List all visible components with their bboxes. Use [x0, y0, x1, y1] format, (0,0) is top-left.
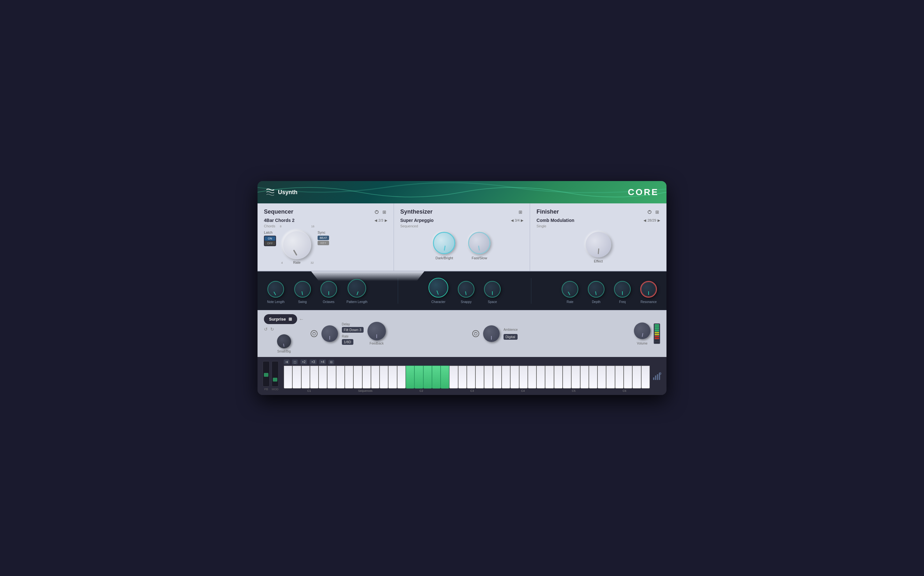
feedback-knob[interactable] — [367, 322, 386, 340]
key-f3[interactable] — [432, 366, 441, 389]
ambience-knob[interactable] — [483, 325, 500, 342]
key-c2[interactable] — [345, 366, 353, 389]
depth-knob[interactable] — [588, 281, 605, 298]
space-knob[interactable] — [484, 281, 500, 298]
sequencer-prev-btn[interactable]: ◀ — [374, 218, 377, 222]
redo-btn[interactable]: ↻ — [270, 326, 274, 332]
pattern-length-knob[interactable] — [348, 279, 366, 298]
sequencer-dice-btn[interactable]: ⊞ — [382, 209, 387, 215]
delay-power-btn[interactable] — [311, 330, 318, 337]
arrow-icon[interactable]: ← — [299, 317, 304, 322]
dark-bright-knob[interactable] — [433, 232, 455, 254]
piano-chart-icon[interactable]: 2 — [653, 372, 661, 381]
seq-btn-grid[interactable]: ⊟ — [329, 360, 334, 364]
key-a6[interactable] — [632, 366, 641, 389]
key-b3[interactable] — [458, 366, 467, 389]
undo-btn[interactable]: ↺ — [264, 326, 268, 332]
finisher-prev-btn[interactable]: ◀ — [643, 218, 646, 222]
key-e6[interactable] — [606, 366, 615, 389]
fast-slow-knob[interactable] — [468, 232, 491, 254]
key-e2[interactable] — [362, 366, 371, 389]
small-big-knob[interactable] — [277, 334, 291, 348]
key-a1[interactable] — [327, 366, 336, 389]
key-e3[interactable] — [424, 366, 432, 389]
key-g2[interactable] — [380, 366, 388, 389]
seq-btn-copy[interactable]: ◻ — [292, 360, 298, 364]
finisher-dice-btn[interactable]: ⊞ — [654, 209, 660, 215]
key-d6[interactable] — [597, 366, 606, 389]
key-d3[interactable] — [414, 366, 423, 389]
freq-knob[interactable] — [614, 281, 631, 298]
key-b5[interactable] — [580, 366, 589, 389]
piano-keyboard[interactable] — [284, 366, 650, 389]
delay-preset-select[interactable]: Filt Down 3 Filt Down 1 Echo — [342, 327, 364, 333]
key-f2[interactable] — [371, 366, 380, 389]
latch-on[interactable]: ON — [265, 236, 276, 241]
seq-btn-x3[interactable]: ×3 — [310, 360, 316, 364]
finisher-preset-nav[interactable]: ◀ 28/29 ▶ — [643, 218, 660, 222]
finisher-next-btn[interactable]: ▶ — [658, 218, 660, 222]
key-f5[interactable] — [554, 366, 563, 389]
sync-key-btn[interactable]: KEY — [318, 241, 329, 245]
key-b1[interactable] — [336, 366, 345, 389]
surprise-button[interactable]: Surprise ⊞ — [264, 314, 297, 324]
character-knob[interactable] — [428, 278, 448, 298]
key-e4[interactable] — [484, 366, 492, 389]
key-a5[interactable] — [571, 366, 580, 389]
key-b2[interactable] — [397, 366, 406, 389]
effect-knob[interactable] — [586, 232, 611, 258]
finisher-power-btn[interactable] — [646, 209, 653, 215]
sync-beat-btn[interactable]: BEAT — [318, 236, 329, 240]
key-b4[interactable] — [519, 366, 528, 389]
ambience-power-btn[interactable] — [472, 330, 479, 337]
latch-off[interactable]: OFF — [265, 241, 276, 246]
key-d5[interactable] — [536, 366, 545, 389]
key-c1[interactable] — [284, 366, 292, 389]
key-g5[interactable] — [563, 366, 571, 389]
key-c4[interactable] — [467, 366, 475, 389]
delay-knob[interactable] — [321, 325, 338, 342]
sequencer-preset-nav[interactable]: ◀ 2/3 ▶ — [374, 218, 387, 222]
latch-switch[interactable]: ON OFF — [264, 236, 276, 246]
seq-btn-double-arrow[interactable]: ⇉ — [284, 360, 289, 364]
note-length-knob[interactable] — [268, 281, 284, 298]
key-d1[interactable] — [292, 366, 301, 389]
key-a4[interactable] — [510, 366, 519, 389]
snappy-knob[interactable] — [458, 281, 475, 298]
key-e5[interactable] — [545, 366, 554, 389]
key-a3[interactable] — [449, 366, 458, 389]
seq-btn-x4[interactable]: ×4 — [319, 360, 326, 364]
swing-knob[interactable] — [294, 281, 311, 298]
key-f1[interactable] — [310, 366, 319, 389]
key-a2[interactable] — [388, 366, 397, 389]
synth-preset-nav[interactable]: ◀ 3/4 ▶ — [511, 218, 523, 222]
resonance-knob[interactable] — [640, 281, 657, 298]
volume-knob[interactable] — [634, 323, 651, 339]
key-b6[interactable] — [641, 366, 650, 389]
key-e1[interactable] — [301, 366, 310, 389]
delay-rate-select[interactable]: 1/8D 1/4 1/8 1/16 — [342, 339, 353, 345]
key-f6[interactable] — [615, 366, 624, 389]
rate-knob[interactable] — [562, 281, 578, 298]
synth-prev-btn[interactable]: ◀ — [511, 218, 513, 222]
synth-dice-btn[interactable]: ⊞ — [518, 209, 523, 215]
seq-btn-x2[interactable]: ×2 — [300, 360, 307, 364]
sequencer-next-btn[interactable]: ▶ — [385, 218, 387, 222]
key-f4[interactable] — [493, 366, 502, 389]
key-g1[interactable] — [319, 366, 327, 389]
key-c5[interactable] — [528, 366, 536, 389]
key-g4[interactable] — [502, 366, 510, 389]
key-g3[interactable] — [441, 366, 449, 389]
octaves-knob[interactable] — [321, 281, 337, 298]
sequencer-rate-knob[interactable]: 8 16 4 32 — [282, 230, 311, 259]
ambience-preset-select[interactable]: Digital Hall Room Plate — [504, 334, 518, 340]
key-d2[interactable] — [353, 366, 362, 389]
key-c3[interactable] — [406, 366, 414, 389]
key-g6[interactable] — [624, 366, 632, 389]
key-d4[interactable] — [475, 366, 484, 389]
mod-strip[interactable] — [271, 361, 279, 387]
synth-next-btn[interactable]: ▶ — [521, 218, 523, 222]
sequencer-power-btn[interactable] — [374, 209, 380, 215]
pb-strip[interactable] — [263, 361, 270, 387]
key-c6[interactable] — [589, 366, 597, 389]
